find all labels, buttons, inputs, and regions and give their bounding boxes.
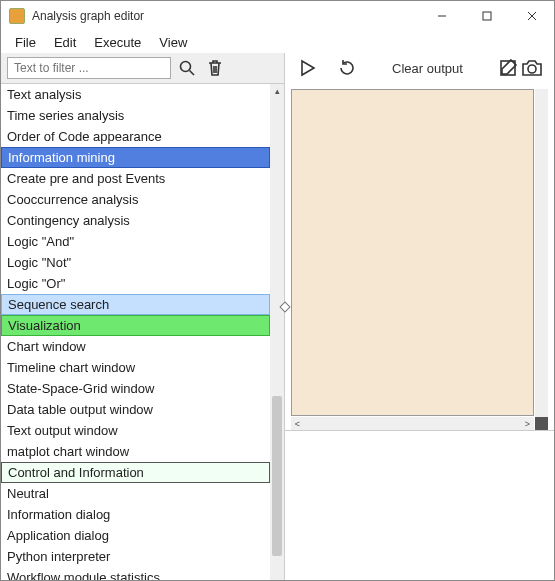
list-item[interactable]: Chart window bbox=[1, 336, 270, 357]
splitter-handle[interactable] bbox=[281, 303, 289, 311]
titlebar[interactable]: Analysis graph editor bbox=[1, 1, 554, 31]
scroll-thumb[interactable] bbox=[272, 396, 282, 556]
app-window: Analysis graph editor File Edit Execute … bbox=[0, 0, 555, 581]
list-item[interactable]: Workflow module statistics bbox=[1, 567, 270, 580]
menu-edit[interactable]: Edit bbox=[46, 33, 84, 52]
menu-execute[interactable]: Execute bbox=[86, 33, 149, 52]
list-item[interactable]: Logic "And" bbox=[1, 231, 270, 252]
list-item[interactable]: Information mining bbox=[1, 147, 270, 168]
list-item[interactable]: State-Space-Grid window bbox=[1, 378, 270, 399]
list-item[interactable]: Create pre and post Events bbox=[1, 168, 270, 189]
list-item[interactable]: Text output window bbox=[1, 420, 270, 441]
list-item[interactable]: Text analysis bbox=[1, 84, 270, 105]
window-title: Analysis graph editor bbox=[32, 9, 419, 23]
play-icon[interactable] bbox=[295, 56, 319, 80]
sidebar-toolbar bbox=[1, 53, 285, 83]
list-item[interactable]: Information dialog bbox=[1, 504, 270, 525]
list-item[interactable]: Cooccurrence analysis bbox=[1, 189, 270, 210]
size-grip[interactable] bbox=[535, 417, 548, 430]
svg-point-8 bbox=[528, 65, 536, 73]
toolbar-row: Clear output bbox=[1, 53, 554, 83]
list-item[interactable]: Visualization bbox=[1, 315, 270, 336]
refresh-icon[interactable] bbox=[335, 56, 359, 80]
scroll-right-icon[interactable]: > bbox=[521, 419, 534, 429]
list-item[interactable]: Time series analysis bbox=[1, 105, 270, 126]
edit-icon[interactable] bbox=[496, 56, 520, 80]
list-item[interactable]: Contingency analysis bbox=[1, 210, 270, 231]
content: Text analysisTime series analysisOrder o… bbox=[1, 83, 554, 580]
minimize-button[interactable] bbox=[419, 1, 464, 31]
output-panel[interactable] bbox=[285, 430, 554, 580]
list-item[interactable]: Timeline chart window bbox=[1, 357, 270, 378]
svg-point-4 bbox=[181, 62, 191, 72]
list-item[interactable]: Order of Code appearance bbox=[1, 126, 270, 147]
list-item[interactable]: Logic "Not" bbox=[1, 252, 270, 273]
search-icon[interactable] bbox=[175, 56, 199, 80]
h-scrollbar[interactable]: < > bbox=[291, 417, 534, 430]
list-item[interactable]: Data table output window bbox=[1, 399, 270, 420]
menu-file[interactable]: File bbox=[7, 33, 44, 52]
list-item[interactable]: Python interpreter bbox=[1, 546, 270, 567]
menubar: File Edit Execute View bbox=[1, 31, 554, 53]
graph-canvas[interactable]: < > bbox=[285, 83, 554, 430]
trash-icon[interactable] bbox=[203, 56, 227, 80]
scroll-up-icon[interactable]: ▴ bbox=[270, 84, 284, 98]
filter-input[interactable] bbox=[7, 57, 171, 79]
close-button[interactable] bbox=[509, 1, 554, 31]
sidebar: Text analysisTime series analysisOrder o… bbox=[1, 83, 285, 580]
module-list[interactable]: Text analysisTime series analysisOrder o… bbox=[1, 83, 270, 580]
maximize-button[interactable] bbox=[464, 1, 509, 31]
app-icon bbox=[9, 8, 25, 24]
canvas-surface[interactable] bbox=[291, 89, 534, 416]
canvas-area: < > bbox=[285, 83, 554, 580]
list-item[interactable]: Neutral bbox=[1, 483, 270, 504]
svg-rect-1 bbox=[483, 12, 491, 20]
svg-marker-6 bbox=[302, 61, 314, 75]
list-item[interactable]: Application dialog bbox=[1, 525, 270, 546]
list-item[interactable]: Sequence search bbox=[1, 294, 270, 315]
list-item[interactable]: matplot chart window bbox=[1, 441, 270, 462]
svg-line-5 bbox=[190, 71, 195, 76]
v-scrollbar[interactable] bbox=[535, 89, 548, 430]
camera-icon[interactable] bbox=[520, 56, 544, 80]
clear-output-button[interactable]: Clear output bbox=[392, 61, 463, 76]
list-item[interactable]: Logic "Or" bbox=[1, 273, 270, 294]
scroll-left-icon[interactable]: < bbox=[291, 419, 304, 429]
canvas-toolbar: Clear output bbox=[285, 53, 554, 83]
list-item[interactable]: Control and Information bbox=[1, 462, 270, 483]
menu-view[interactable]: View bbox=[151, 33, 195, 52]
list-scrollbar[interactable]: ▴ bbox=[270, 83, 284, 580]
